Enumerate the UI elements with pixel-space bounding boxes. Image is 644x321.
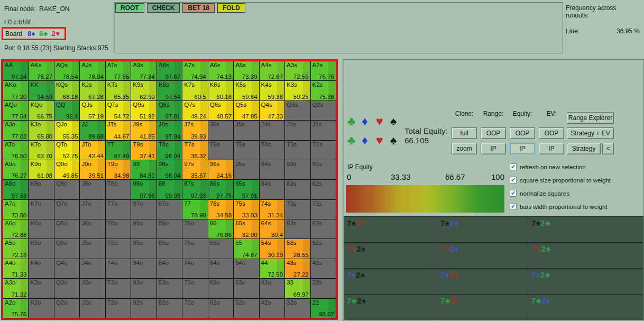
hand-cell-87s[interactable]: 87s97.93 <box>182 180 207 199</box>
hand-cell-43o[interactable]: 43o <box>260 279 284 298</box>
hand-cell-K2o[interactable]: K2o <box>29 299 53 318</box>
strategy-ev-button[interactable]: Strategy + EV <box>567 127 614 139</box>
range-oop-button[interactable]: OOP <box>481 127 506 139</box>
combo-cell-7d2c[interactable]: 7♦2♣ <box>528 269 643 294</box>
hand-cell-95s[interactable]: 95s <box>234 160 259 179</box>
hand-cell-K8s[interactable]: K8s97.54 <box>157 81 182 100</box>
hand-cell-A5s[interactable]: A5s73.39 <box>234 61 259 80</box>
hand-cell-82o[interactable]: 82o <box>157 299 182 318</box>
hand-cell-33[interactable]: 3369.97 <box>285 279 310 298</box>
hand-cell-K7o[interactable]: K7o <box>29 200 53 219</box>
hand-cell-Q4s[interactable]: Q4s47.33 <box>260 101 284 120</box>
hand-cell-KJs[interactable]: KJs67.28 <box>80 81 105 100</box>
hand-cell-ATs[interactable]: ATs77.55 <box>106 61 131 80</box>
hand-cell-43s[interactable]: 43s27.22 <box>285 259 310 278</box>
hand-cell-QJo[interactable]: QJo55.35 <box>54 121 79 140</box>
hand-cell-T6s[interactable]: T6s <box>208 141 233 160</box>
hand-cell-JTs[interactable]: JTs44.67 <box>106 121 131 140</box>
hand-cell-Q9o[interactable]: Q9o49.85 <box>54 160 79 179</box>
hand-cell-AJo[interactable]: AJo77.02 <box>3 121 28 140</box>
node-button-fold[interactable]: FOLD <box>217 3 245 13</box>
combo-cell-7c2d[interactable]: 7♣2♦ <box>528 295 643 320</box>
hand-cell-A4o[interactable]: A4o71.33 <box>3 259 28 278</box>
hand-cell-62s[interactable]: 62s <box>311 219 336 239</box>
hand-cell-75s[interactable]: 75s33.03 <box>234 200 259 219</box>
strategy-button[interactable]: Strategy <box>567 143 601 154</box>
hand-cell-92s[interactable]: 92s <box>311 160 336 179</box>
hand-cell-94s[interactable]: 94s <box>260 160 284 179</box>
hand-cell-KK[interactable]: KK94.59 <box>29 81 53 100</box>
diamond-suit-icon[interactable]: ♦ <box>362 115 376 127</box>
combo-cell-7s2d[interactable]: 7♠2♦ <box>437 217 528 242</box>
hand-cell-K6s[interactable]: K6s60.16 <box>208 81 233 100</box>
hand-cell-86s[interactable]: 86s97.75 <box>208 180 233 199</box>
hand-cell-K3s[interactable]: K3s59.25 <box>285 81 310 100</box>
combo-cell-7h2c[interactable]: 7♥2♣ <box>528 243 643 268</box>
hand-cell-86o[interactable]: 86o <box>157 219 182 239</box>
hand-cell-72s[interactable]: 72s <box>311 200 336 219</box>
hand-cell-AJs[interactable]: AJs78.04 <box>80 61 105 80</box>
hand-cell-J5o[interactable]: J5o <box>80 239 105 258</box>
spade-suit-icon[interactable]: ♠ <box>390 115 404 127</box>
hand-cell-64s[interactable]: 64s30.4 <box>260 219 284 239</box>
hand-cell-K4o[interactable]: K4o <box>29 259 53 278</box>
hand-cell-J4o[interactable]: J4o <box>80 259 105 278</box>
hand-cell-84s[interactable]: 84s <box>260 180 284 199</box>
hand-cell-T4o[interactable]: T4o <box>106 259 131 278</box>
hand-cell-T4s[interactable]: T4s <box>260 141 284 160</box>
hand-cell-J7o[interactable]: J7o <box>80 200 105 219</box>
hand-cell-K9o[interactable]: K9o61.08 <box>29 160 53 179</box>
hand-cell-63o[interactable]: 63o <box>208 279 233 298</box>
hand-cell-JJ[interactable]: JJ89.68 <box>80 121 105 140</box>
hand-cell-44[interactable]: 4472.50 <box>260 259 284 278</box>
hand-cell-76o[interactable]: 76o <box>182 219 207 239</box>
hand-cell-J2s[interactable]: J2s <box>311 121 336 140</box>
hand-cell-AQs[interactable]: AQs78.54 <box>54 61 79 80</box>
club-suit-icon[interactable]: ♣ <box>347 115 362 127</box>
ev-oop-button[interactable]: OOP <box>539 127 564 139</box>
hand-cell-AKs[interactable]: AKs78.27 <box>29 61 53 80</box>
hand-cell-J8o[interactable]: J8o <box>80 180 105 199</box>
hand-cell-42o[interactable]: 42o <box>260 299 284 318</box>
hand-cell-T7o[interactable]: T7o <box>106 200 131 219</box>
hand-cell-96s[interactable]: 96s34.16 <box>208 160 233 179</box>
hand-cell-T3o[interactable]: T3o <box>106 279 131 298</box>
hand-cell-Q5s[interactable]: Q5s47.85 <box>234 101 259 120</box>
hand-cell-A6s[interactable]: A6s74.13 <box>208 61 233 80</box>
hand-cell-A4s[interactable]: A4s72.67 <box>260 61 284 80</box>
hand-cell-A9o[interactable]: A9o76.27 <box>3 160 28 179</box>
hand-cell-62o[interactable]: 62o <box>208 299 233 318</box>
hand-cell-K5o[interactable]: K5o <box>29 239 53 258</box>
hand-cell-KQo[interactable]: KQo66.75 <box>29 101 53 120</box>
hand-cell-J7s[interactable]: J7s39.93 <box>182 121 207 140</box>
hand-cell-A6o[interactable]: A6o72.88 <box>3 219 28 239</box>
hand-cell-A7o[interactable]: A7o73.80 <box>3 200 28 219</box>
combo-cell-7c2s[interactable]: 7♣2♠ <box>344 295 437 320</box>
hand-cell-J8s[interactable]: J8s97.94 <box>157 121 182 140</box>
hand-cell-Q5o[interactable]: Q5o <box>54 239 79 258</box>
hand-cell-KJo[interactable]: KJo65.80 <box>29 121 53 140</box>
checkbox-icon[interactable]: ✔ <box>510 190 517 197</box>
hand-cell-84o[interactable]: 84o <box>157 259 182 278</box>
hand-cell-99[interactable]: 9984.80 <box>131 160 156 179</box>
hand-cell-83o[interactable]: 83o <box>157 279 182 298</box>
hand-cell-Q7o[interactable]: Q7o <box>54 200 79 219</box>
hand-cell-74o[interactable]: 74o <box>182 259 207 278</box>
hand-cell-T9o[interactable]: T9o34.98 <box>106 160 131 179</box>
club-suit-icon[interactable]: ♣ <box>347 134 362 146</box>
hand-cell-A2s[interactable]: A2s76.76 <box>311 61 336 80</box>
hand-cell-77[interactable]: 7778.90 <box>182 200 207 219</box>
checkbox-icon[interactable]: ✔ <box>510 177 517 184</box>
hand-cell-K9s[interactable]: K9s62.90 <box>131 81 156 100</box>
hand-cell-93o[interactable]: 93o <box>131 279 156 298</box>
hand-cell-75o[interactable]: 75o <box>182 239 207 258</box>
hand-cell-87o[interactable]: 87o <box>157 200 182 219</box>
hand-cell-Q8o[interactable]: Q8o <box>54 180 79 199</box>
hand-cell-K5s[interactable]: K5s59.64 <box>234 81 259 100</box>
hand-cell-Q3o[interactable]: Q3o <box>54 279 79 298</box>
hand-cell-97s[interactable]: 97s35.67 <box>182 160 207 179</box>
hand-cell-85o[interactable]: 85o <box>157 239 182 258</box>
hand-cell-98o[interactable]: 98o97.96 <box>131 180 156 199</box>
hand-cell-QTo[interactable]: QTo52.75 <box>54 141 79 160</box>
hand-cell-T7s[interactable]: T7s36.32 <box>182 141 207 160</box>
